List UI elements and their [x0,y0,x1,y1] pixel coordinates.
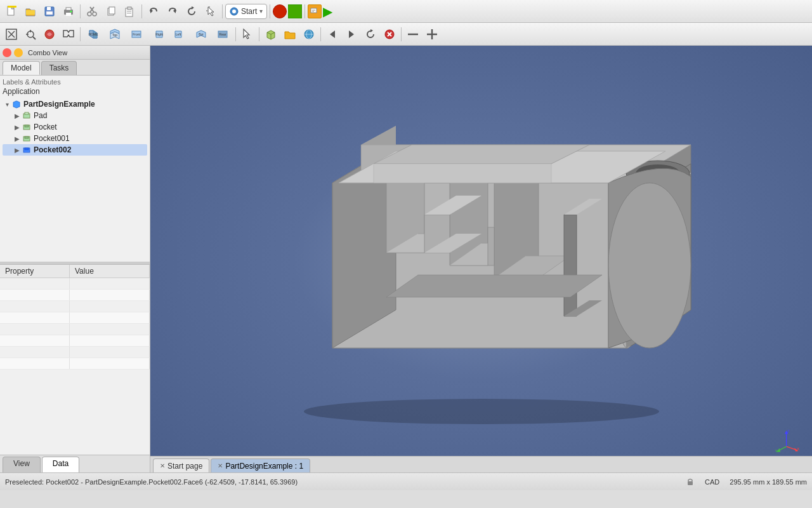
svg-point-70 [608,183,691,348]
svg-rect-15 [109,7,115,14]
view-top-button[interactable]: Top [105,24,125,44]
macro-button[interactable] [308,4,322,18]
zoom-out-button[interactable] [423,25,441,43]
globe-button[interactable] [300,25,318,43]
view-home-button[interactable]: HOME [83,24,103,44]
svg-marker-48 [330,30,335,38]
svg-marker-22 [192,6,194,10]
tree-expand-arrow[interactable]: ▶ [13,147,22,154]
cad-lock-icon [686,477,695,486]
paste-button[interactable] [121,3,139,20]
tree-expand-arrow[interactable]: ▾ [3,101,11,108]
stop-button[interactable] [288,4,302,18]
fit-all-button[interactable] [3,25,20,43]
nav-forward-button[interactable] [343,25,360,43]
run-macro-button[interactable]: ▶ [323,5,332,18]
svg-text:Right: Right [155,32,163,36]
panel-minimize-button[interactable] [14,48,23,57]
status-bar: Preselected: Pocket002 - PartDesignExamp… [0,472,812,490]
tree-expand-arrow[interactable]: ▶ [13,112,22,119]
tab-label: PartDesignExample : 1 [225,462,303,471]
new-button[interactable] [3,3,20,20]
tab-close-icon[interactable]: ✕ [160,462,165,469]
tree-item-pocket002[interactable]: ▶ Pocket002 [3,144,147,156]
separator [401,27,402,41]
tab-start-page[interactable]: ✕ Start page [153,458,209,472]
svg-rect-17 [128,7,131,10]
record-button[interactable] [273,4,287,18]
props-row [0,312,150,324]
tree-item-label: PartDesignExample [23,100,95,109]
nav-stop-button[interactable] [381,25,398,43]
save-button[interactable] [41,3,58,20]
properties-panel: Property Value [0,264,150,455]
tree-area: Labels & Attributes Application ▾ PartDe… [0,76,150,262]
tree-item-pad[interactable]: ▶ Pad [3,110,147,121]
main-toolbar: Start ▾ ▶ [0,0,812,23]
tab-data[interactable]: Data [42,457,79,472]
tree-item-part-design-example[interactable]: ▾ PartDesignExample [3,98,147,110]
tree-item-label: Pad [34,111,47,120]
tree-expand-arrow[interactable]: ▶ [13,124,22,131]
copy-button[interactable] [102,3,120,20]
props-row [0,324,150,335]
3d-viewport[interactable]: Z X Y ✕ Start page ✕ PartDesignExample :… [150,46,812,472]
tree-item-label: Pocket002 [34,145,71,154]
tree-expand-arrow[interactable]: ▶ [13,135,22,142]
tree-item-pocket[interactable]: ▶ Pocket [3,121,147,133]
svg-point-13 [93,12,96,16]
box-part-button[interactable] [262,25,280,43]
svg-text:Top: Top [112,33,117,37]
undo-button[interactable] [145,3,162,20]
pocket-icon [22,122,32,132]
tree-item-pocket001[interactable]: ▶ Pocket001 [3,133,147,144]
svg-text:Front: Front [133,32,140,36]
props-row [0,301,150,312]
svg-rect-58 [25,112,29,114]
tab-tasks[interactable]: Tasks [41,61,77,75]
draw-style-button[interactable] [41,25,58,43]
separator [304,4,305,18]
redo-button[interactable] [164,3,181,20]
folder-button[interactable] [281,25,299,43]
nav-back-button[interactable] [324,25,341,43]
viewport-tab-bar: ✕ Start page ✕ PartDesignExample : 1 [150,456,812,472]
tab-model[interactable]: Model [3,61,40,75]
tab-view[interactable]: View [3,457,41,472]
zoom-in-button[interactable] [404,25,422,43]
svg-text:Left: Left [176,32,181,36]
svg-marker-50 [370,29,373,32]
props-row [0,290,150,301]
nav-refresh-button[interactable] [362,25,379,43]
value-column-header: Value [70,265,150,277]
view-left-button[interactable]: Left [169,24,190,44]
stereo-view-button[interactable] [60,25,77,43]
separator [222,4,223,18]
svg-rect-4 [47,7,51,10]
open-button[interactable] [22,3,39,20]
view-bottom-button[interactable]: Bot [191,24,211,44]
props-row [0,335,150,347]
tab-part-design-example[interactable]: ✕ PartDesignExample : 1 [211,458,310,472]
refresh-button[interactable] [183,3,200,20]
print-button[interactable] [60,3,77,20]
svg-text:Rear: Rear [219,32,226,36]
view-front-button[interactable]: Front [126,24,147,44]
separator [141,4,142,18]
status-right-area: CAD 295.95 mm x 189.55 mm [686,477,807,486]
3d-model-view [234,75,729,443]
cut-button[interactable] [83,3,101,20]
view-rear-button[interactable]: Rear [213,24,233,44]
svg-rect-64 [25,148,29,150]
tab-close-icon[interactable]: ✕ [218,462,223,469]
panel-close-button[interactable] [3,48,11,57]
props-row [0,358,150,370]
pointer-mode-button[interactable] [202,3,219,20]
selection-mode-button[interactable] [239,25,256,43]
axes-indicator: Z X Y [774,428,799,453]
view-right-button[interactable]: Right [148,24,168,44]
application-label: Application [3,87,147,96]
workbench-dropdown[interactable]: Start ▾ [225,4,267,19]
cad-mode-label: CAD [705,478,719,486]
fit-selection-button[interactable] [22,25,39,43]
